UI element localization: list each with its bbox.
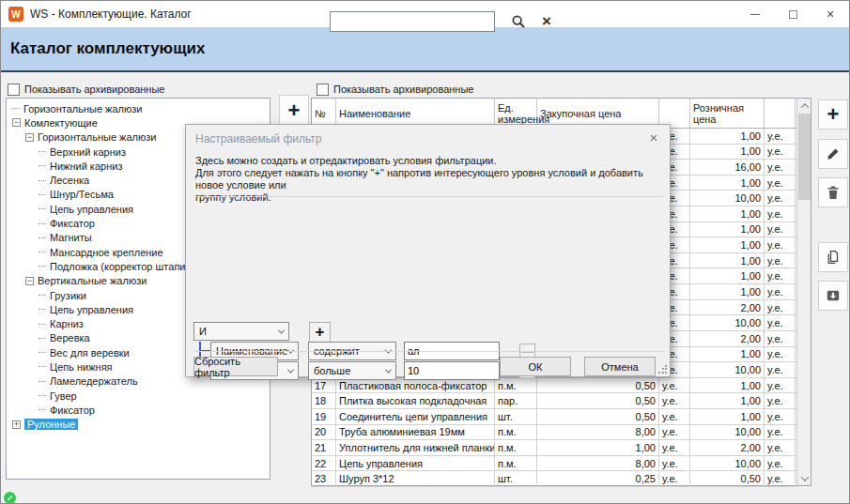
search-input[interactable] xyxy=(330,11,495,32)
table-scrollbar[interactable] xyxy=(796,99,811,485)
tree-connector xyxy=(39,194,46,195)
tree-item-label: Комлектующие xyxy=(24,117,98,129)
edit-item-button[interactable] xyxy=(818,139,848,169)
description-line: Здесь можно создать и отредактировать ус… xyxy=(195,155,665,167)
collapse-icon[interactable]: − xyxy=(12,118,21,127)
description-line: группу условий. xyxy=(195,191,665,204)
clear-icon: × xyxy=(542,12,551,31)
show-archived-tree[interactable]: Показывать архивированные xyxy=(8,83,164,96)
table-cell: 1,00 xyxy=(690,284,765,299)
dialog-title: Настраиваемый фильтр xyxy=(195,132,321,145)
table-row[interactable]: 18Плитка высокая подкладочнаяпар.0,50у.е… xyxy=(312,393,796,409)
dialog-close-button[interactable]: × xyxy=(645,130,662,145)
minimize-button[interactable] xyxy=(736,1,774,27)
condition-value-input[interactable] xyxy=(404,361,500,380)
search-button[interactable] xyxy=(508,11,529,32)
tree-item[interactable]: Горизонтальные жалюзи xyxy=(7,101,270,115)
add-category-button[interactable]: + xyxy=(279,95,309,127)
tree-connector xyxy=(39,324,46,325)
tree-item-label: Грузики xyxy=(50,290,86,301)
checkbox-unchecked[interactable] xyxy=(8,84,20,96)
table-row[interactable]: 21Уплотнитель для нижней планкип.м.1,00у… xyxy=(312,440,796,456)
tree-item[interactable]: +Рулонные xyxy=(7,418,270,432)
tree-item[interactable]: Гувер xyxy=(7,389,270,403)
page-title: Каталог комплектующих xyxy=(10,39,205,58)
table-row[interactable]: 19Соединитель цепи управленияшт.0,50у.е.… xyxy=(312,409,796,425)
add-condition-button[interactable]: + xyxy=(309,322,331,343)
checkbox-label: Показывать архивированные xyxy=(333,84,473,95)
table-cell: 17 xyxy=(312,378,336,393)
table-cell: у.е. xyxy=(765,471,796,486)
tree-item-label: Фиксатор xyxy=(50,218,95,229)
resize-grip[interactable] xyxy=(657,364,668,374)
tree-connector xyxy=(39,309,46,310)
table-cell: шт. xyxy=(495,409,537,424)
chevron-down-icon xyxy=(385,366,392,373)
table-cell: у.е. xyxy=(765,393,796,408)
tree-item-label: Подложка (корректор штапика) xyxy=(50,261,199,272)
delete-item-button[interactable] xyxy=(818,177,848,207)
table-cell: 1,00 xyxy=(690,237,765,252)
column-header[interactable]: Розничная цена xyxy=(690,99,765,128)
maximize-button[interactable] xyxy=(774,1,811,27)
table-row[interactable]: 17Пластиковая полоса-фиксаторп.м.0,50у.е… xyxy=(312,378,796,394)
table-cell: 23 xyxy=(312,471,336,486)
reset-filter-button[interactable]: Сбросить фильтр xyxy=(193,357,278,376)
table-cell: 1,00 xyxy=(690,206,765,221)
table-cell: у.е. xyxy=(765,456,796,471)
scrollbar-thumb[interactable] xyxy=(798,114,811,200)
tree-item-label: Шнур/Тесьма xyxy=(50,189,114,200)
table-cell: у.е. xyxy=(659,393,690,408)
table-cell: у.е. xyxy=(765,222,796,237)
table-row[interactable]: 23Шуруп 3*12шт.0,25у.е.0,50у.е. xyxy=(312,471,796,487)
clear-search-button[interactable]: × xyxy=(536,11,557,32)
tree-item-label: Вертикальные жалюзи xyxy=(38,275,147,286)
scroll-down-button[interactable] xyxy=(797,471,811,485)
table-row[interactable]: 20Труба алюминиевая 19ммп.м.8,00у.е.10,0… xyxy=(312,425,796,441)
tree-connector xyxy=(39,338,46,339)
condition-operator-select[interactable]: больше xyxy=(308,361,396,380)
tree-item-label: Веревка xyxy=(50,332,90,344)
table-cell: 10,00 xyxy=(690,191,765,206)
table-cell: 1,00 xyxy=(690,393,765,408)
group-operator-select[interactable]: И xyxy=(193,322,289,341)
table-row[interactable]: 22Цепь управленияп.м.8,00у.е.10,00у.е. xyxy=(312,456,796,472)
tree-item-label: Вес для веревки xyxy=(50,347,130,359)
tree-connector xyxy=(39,208,46,209)
cancel-button[interactable]: Отмена xyxy=(584,357,656,376)
table-cell: 10,00 xyxy=(690,315,765,330)
table-cell: 0,50 xyxy=(690,471,765,486)
table-cell: 1,00 xyxy=(690,129,765,144)
tree-connector xyxy=(39,237,46,238)
table-cell: 0,50 xyxy=(537,378,659,393)
add-item-button[interactable]: + xyxy=(818,99,848,130)
button-label: Отмена xyxy=(601,361,638,373)
table-cell: у.е. xyxy=(659,471,690,486)
table-cell: у.е. xyxy=(765,176,796,191)
tree-item[interactable]: Фиксатор xyxy=(7,403,270,417)
expand-icon[interactable]: + xyxy=(12,420,21,429)
ok-button[interactable]: ОК xyxy=(500,357,571,376)
window-title: WS - Комплектующие. Каталог xyxy=(30,8,192,21)
show-archived-table[interactable]: Показывать архивированные xyxy=(317,83,473,96)
checkbox-unchecked[interactable] xyxy=(317,84,329,96)
maximize-icon xyxy=(789,10,797,19)
tree-item-label: Гувер xyxy=(50,390,77,402)
table-cell: Соединитель цепи управления xyxy=(336,409,495,424)
chevron-down-icon xyxy=(287,346,294,353)
close-button[interactable]: × xyxy=(811,1,849,27)
table-cell: у.е. xyxy=(659,456,690,471)
close-icon: × xyxy=(650,130,658,145)
tree-item-label: Горизонтальные жалюзи xyxy=(38,131,156,143)
table-cell: 1,00 xyxy=(690,145,765,160)
archive-item-button[interactable] xyxy=(818,281,848,311)
table-cell: 10,00 xyxy=(690,362,765,377)
scroll-up-button[interactable] xyxy=(797,99,811,113)
collapse-icon[interactable]: − xyxy=(25,277,34,285)
column-header[interactable] xyxy=(765,99,796,128)
tree-connector xyxy=(39,381,46,382)
pencil-icon xyxy=(826,146,841,161)
copy-item-button[interactable] xyxy=(818,242,848,272)
collapse-icon[interactable]: − xyxy=(25,133,34,142)
table-cell: у.е. xyxy=(765,362,796,377)
